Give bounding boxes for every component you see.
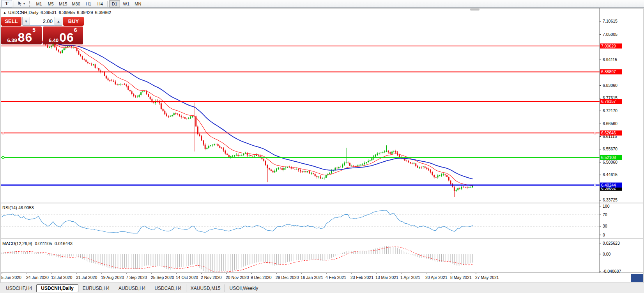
chart-tab-usdcad-h4[interactable]: USDCAD,H4 — [150, 284, 186, 292]
line-handle[interactable] — [2, 132, 4, 134]
line-handle[interactable] — [594, 132, 596, 134]
chart-tab-usoil-weekly[interactable]: USOil,Weekly — [225, 284, 262, 292]
candle-body — [67, 46, 68, 47]
candle-body — [263, 159, 264, 161]
chart-scrollbar-thumb[interactable] — [470, 9, 479, 11]
slow-ma-blue[interactable] — [39, 42, 473, 179]
candle-body — [360, 164, 361, 165]
timeframe-button-h1[interactable]: H1 — [83, 0, 94, 7]
candle-body — [366, 162, 367, 163]
candle-body — [96, 68, 97, 68]
candle-body — [278, 168, 279, 169]
candle-body — [346, 162, 347, 163]
candle-body — [371, 158, 372, 160]
svg-text:7.00029: 7.00029 — [601, 44, 616, 48]
date-tick-label: 24 Jun 2020 — [26, 275, 49, 280]
line-price-label-7.00029: 7.00029 — [600, 44, 622, 49]
timeframe-button-w1[interactable]: W1 — [121, 0, 132, 7]
candle-body — [338, 167, 340, 168]
candle-body — [425, 166, 426, 168]
chart-tab-xauusd-m15[interactable]: XAUUSD,M15 — [186, 284, 225, 292]
buy-button[interactable]: BUY — [63, 17, 84, 26]
candle-body — [210, 145, 211, 146]
buy-price-display[interactable]: 6.40066 — [43, 26, 83, 44]
collapse-trade-panel-icon[interactable]: ▲ — [3, 11, 6, 14]
candle-body — [404, 159, 405, 161]
chart-canvas[interactable]: 7.106157.050056.941156.830606.776156.721… — [0, 8, 644, 283]
candle-body — [137, 97, 138, 97]
sell-button[interactable]: SELL — [1, 17, 21, 26]
candle-body — [267, 165, 268, 168]
chart-title: ▲ USDCNH,Daily 6.39531 6.39955 6.39429 6… — [3, 10, 111, 15]
volume-input[interactable] — [30, 17, 55, 26]
sell-price-display[interactable]: 6.39865 — [1, 26, 42, 44]
candle-body — [91, 64, 92, 64]
candle-body — [192, 116, 193, 117]
candle-body — [309, 171, 310, 174]
price-tick-label: 6.50060 — [603, 160, 617, 164]
buy-price-big: 06 — [59, 32, 74, 43]
volume-increase-button[interactable]: ▲ — [55, 17, 62, 26]
one-click-trade-panel: SELL ▼ ▲ BUY 6.39865 6.40066 — [1, 17, 83, 44]
candle-body — [208, 146, 209, 148]
candle-body — [234, 155, 235, 156]
timeframe-button-m30[interactable]: M30 — [70, 0, 82, 7]
candle-body — [206, 148, 207, 149]
candle-body — [170, 116, 171, 117]
timeframe-button-mn[interactable]: MN — [133, 0, 143, 7]
scrollbar-corner[interactable] — [631, 274, 643, 282]
svg-text:6.62646: 6.62646 — [601, 131, 616, 135]
line-handle[interactable] — [2, 157, 4, 159]
date-tick-label: 13 Mar 2021 — [375, 275, 398, 280]
rsi-axis-label: 30 — [603, 224, 607, 228]
candle-body — [433, 175, 435, 177]
svg-text:6.40244: 6.40244 — [601, 183, 616, 187]
fast-ma-red[interactable] — [39, 41, 473, 185]
candle-body — [357, 166, 358, 166]
cursor-tool-button[interactable]: ▾ — [16, 0, 27, 7]
text-tool-button[interactable]: T — [1, 0, 12, 7]
timeframe-button-h4[interactable]: H4 — [95, 0, 106, 7]
candle-body — [161, 103, 162, 109]
candle-body — [432, 172, 433, 175]
candle-body — [108, 78, 109, 80]
candle-body — [399, 155, 400, 157]
candle-body — [106, 76, 107, 79]
ohlc-close: 6.39862 — [95, 10, 111, 15]
candle-body — [113, 81, 114, 82]
candle-body — [236, 155, 237, 155]
sell-price-sup: 5 — [32, 27, 35, 33]
candle-body — [329, 173, 330, 174]
toolbar-separator — [14, 1, 14, 7]
timeframe-button-m1[interactable]: M1 — [34, 0, 44, 7]
candle-body — [430, 170, 431, 172]
chart-tab-usdcnh-daily[interactable]: USDCNH,Daily — [36, 284, 78, 292]
date-tick-label: 13 Jul 2020 — [51, 275, 72, 280]
candle-body — [260, 155, 261, 157]
candle-body — [294, 169, 295, 169]
timeframe-button-m15[interactable]: M15 — [57, 0, 69, 7]
candle-body — [421, 167, 422, 168]
volume-decrease-button[interactable]: ▼ — [22, 17, 30, 26]
candle-body — [276, 169, 277, 171]
candle-body — [307, 171, 308, 172]
chart-tab-usdchf-h4[interactable]: USDCHF,H4 — [2, 284, 36, 292]
candle-body — [414, 163, 415, 164]
candle-body — [172, 115, 173, 116]
date-axis: 5 Jun 202024 Jun 202013 Jul 202031 Jul 2… — [1, 273, 499, 280]
timeframe-button-d1[interactable]: D1 — [109, 0, 120, 7]
candle-body — [426, 168, 427, 169]
candle-body — [448, 177, 449, 181]
sell-price-big: 86 — [18, 32, 33, 43]
timeframe-button-m5[interactable]: M5 — [45, 0, 56, 7]
candle-body — [408, 161, 409, 162]
candle-body — [93, 64, 94, 65]
candle-body — [272, 171, 274, 172]
candle-body — [142, 92, 143, 92]
date-tick-label: 19 Aug 2020 — [101, 275, 124, 280]
chart-tab-eurusd-h4[interactable]: EURUSD,H4 — [78, 284, 114, 292]
toolbar-grip[interactable] — [29, 1, 31, 7]
candle-body — [331, 170, 332, 173]
line-handle[interactable] — [594, 184, 596, 186]
chart-tab-audusd-h4[interactable]: AUDUSD,H4 — [114, 284, 150, 292]
